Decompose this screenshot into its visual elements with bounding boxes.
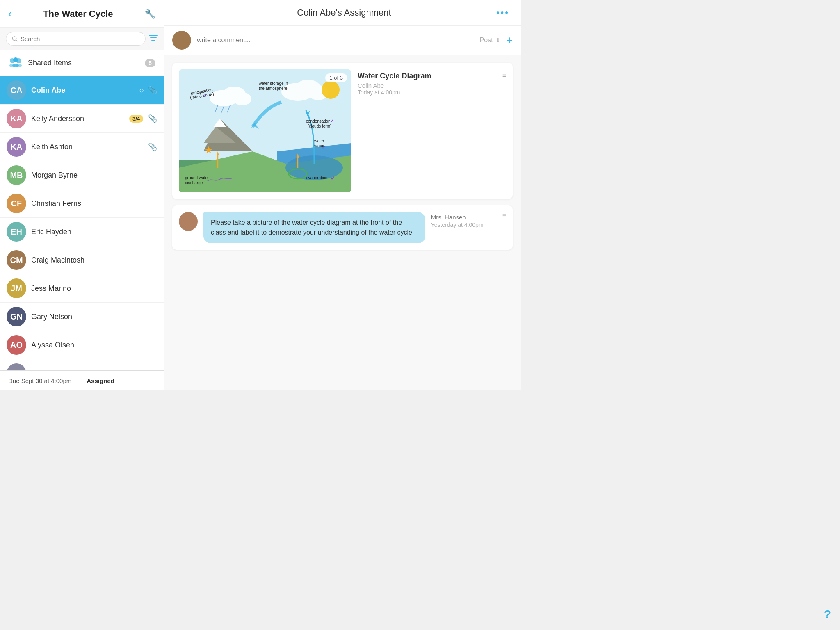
add-button[interactable]: + — [506, 34, 513, 47]
student-item-eric-hayden[interactable]: EHEric Hayden — [0, 218, 164, 246]
shared-items-label: Shared Items — [28, 59, 140, 67]
student-name: Christian Ferris — [31, 199, 157, 208]
student-item-gary-nelson[interactable]: GNGary Nelson — [0, 303, 164, 331]
footer-due-date: Due Sept 30 at 4:00pm — [8, 377, 71, 384]
svg-point-21 — [233, 92, 251, 105]
comment-avatar — [179, 212, 198, 231]
avatar: MB — [7, 165, 26, 185]
svg-text:discharge: discharge — [185, 180, 203, 185]
assignment-author: Colin Abe — [358, 82, 431, 89]
student-item-janet-rube[interactable]: JRJanet Rubé — [0, 359, 164, 370]
student-item-colin-abe[interactable]: CAColin Abe○📎 — [0, 76, 164, 105]
search-bar — [0, 28, 164, 50]
student-item-craig-macintosh[interactable]: CMCraig Macintosh — [0, 246, 164, 274]
search-icon — [12, 36, 18, 42]
shared-items-icon — [8, 56, 23, 70]
student-list: CAColin Abe○📎KAKelly Andersson3/4📎KAKeit… — [0, 76, 164, 370]
assignment-time: Today at 4:00pm — [358, 89, 431, 96]
svg-text:the atmosphere: the atmosphere — [259, 86, 288, 91]
assignment-title: Water Cycle Diagram — [358, 72, 431, 80]
comment-bar: Post ⬇ + — [164, 26, 521, 55]
student-name: Kelly Andersson — [31, 114, 124, 123]
teacher-comment-card: Please take a picture of the water cycle… — [172, 205, 513, 250]
circle-icon: ○ — [139, 86, 144, 95]
svg-line-1 — [16, 40, 17, 41]
post-arrow-icon: ⬇ — [495, 37, 500, 43]
comment-input[interactable] — [197, 37, 474, 44]
student-item-kelly-andersson[interactable]: KAKelly Andersson3/4📎 — [0, 105, 164, 133]
svg-text:✓: ✓ — [331, 175, 336, 181]
main-title: Colin Abe's Assignment — [297, 7, 391, 18]
comment-menu-icon[interactable]: ≡ — [502, 212, 506, 219]
paperclip-icon: 📎 — [148, 86, 157, 95]
sidebar: ‹ The Water Cycle 🔧 — [0, 0, 164, 390]
comment-bubble: Please take a picture of the water cycle… — [203, 212, 425, 243]
student-name: Keith Ashton — [31, 143, 143, 151]
student-item-morgan-byrne[interactable]: MBMorgan Byrne — [0, 161, 164, 189]
footer-status: Assigned — [87, 377, 114, 384]
avatar: JR — [7, 363, 26, 370]
assignment-card: 1 of 3 — [172, 63, 513, 199]
svg-point-25 — [322, 81, 340, 99]
paperclip-icon: 📎 — [148, 142, 157, 151]
active-icons: ○📎 — [139, 86, 157, 95]
svg-text:✓: ✓ — [330, 117, 335, 124]
svg-text:(clouds form): (clouds form) — [308, 124, 331, 128]
student-name: Colin Abe — [31, 86, 134, 95]
svg-text:condensation: condensation — [306, 119, 331, 123]
student-name: Craig Macintosh — [31, 256, 157, 265]
main-header: Colin Abe's Assignment ••• — [164, 0, 521, 26]
student-name: Alyssa Olsen — [31, 341, 157, 349]
paperclip-icon: 📎 — [148, 114, 157, 123]
student-item-alyssa-olsen[interactable]: AOAlyssa Olsen — [0, 331, 164, 359]
footer-divider — [79, 377, 79, 385]
content-area: 1 of 3 — [164, 55, 521, 390]
assignment-card-info: Water Cycle Diagram Colin Abe Today at 4… — [358, 69, 506, 192]
avatar: KA — [7, 137, 26, 157]
score-badge: 3/4 — [129, 115, 143, 123]
comment-meta: Mrs. Hansen Yesterday at 4:00pm — [431, 212, 497, 228]
comment-author: Mrs. Hansen — [431, 214, 497, 221]
svg-text:✓: ✓ — [203, 92, 208, 98]
post-button[interactable]: Post ⬇ — [480, 37, 500, 44]
main-content: Colin Abe's Assignment ••• Post ⬇ + 1 of… — [164, 0, 521, 390]
sidebar-header: ‹ The Water Cycle 🔧 — [0, 0, 164, 28]
sidebar-title: The Water Cycle — [43, 9, 113, 19]
card-menu-icon[interactable]: ≡ — [502, 72, 506, 79]
student-item-christian-ferris[interactable]: CFChristian Ferris — [0, 189, 164, 218]
card-info-header: Water Cycle Diagram Colin Abe Today at 4… — [358, 72, 506, 96]
wrench-icon[interactable]: 🔧 — [144, 9, 155, 19]
avatar: EH — [7, 222, 26, 242]
student-name: Jess Marino — [31, 284, 157, 293]
student-item-jess-marino[interactable]: JMJess Marino — [0, 274, 164, 303]
svg-text:ground water: ground water — [185, 176, 209, 180]
svg-text:★: ★ — [204, 144, 213, 155]
more-options-button[interactable]: ••• — [496, 7, 509, 18]
teacher-avatar — [172, 31, 191, 50]
svg-text:evaporation: evaporation — [306, 176, 327, 180]
comment-time: Yesterday at 4:00pm — [431, 221, 497, 228]
shared-items-badge: 5 — [145, 59, 155, 67]
post-label: Post — [480, 37, 493, 44]
svg-text:water: water — [314, 139, 324, 143]
avatar: JM — [7, 278, 26, 298]
svg-text:✓: ✓ — [322, 144, 326, 151]
svg-point-10 — [16, 64, 22, 67]
avatar: CF — [7, 194, 26, 213]
back-button[interactable]: ‹ — [8, 7, 12, 20]
student-item-keith-ashton[interactable]: KAKeith Ashton📎 — [0, 133, 164, 161]
student-name: Morgan Byrne — [31, 171, 157, 180]
avatar: GN — [7, 307, 26, 326]
search-input-wrap[interactable] — [6, 32, 146, 46]
diagram-counter: 1 of 3 — [325, 73, 347, 82]
avatar: CA — [7, 80, 26, 100]
avatar: CM — [7, 250, 26, 270]
avatar: AO — [7, 335, 26, 355]
student-name: Gary Nelson — [31, 313, 157, 321]
svg-point-7 — [16, 58, 21, 63]
search-input[interactable] — [21, 35, 139, 42]
diagram-image[interactable]: 1 of 3 — [179, 69, 351, 192]
shared-items-row[interactable]: Shared Items 5 — [0, 50, 164, 76]
sidebar-footer: Due Sept 30 at 4:00pm Assigned — [0, 370, 164, 390]
filter-icon[interactable] — [149, 34, 158, 43]
